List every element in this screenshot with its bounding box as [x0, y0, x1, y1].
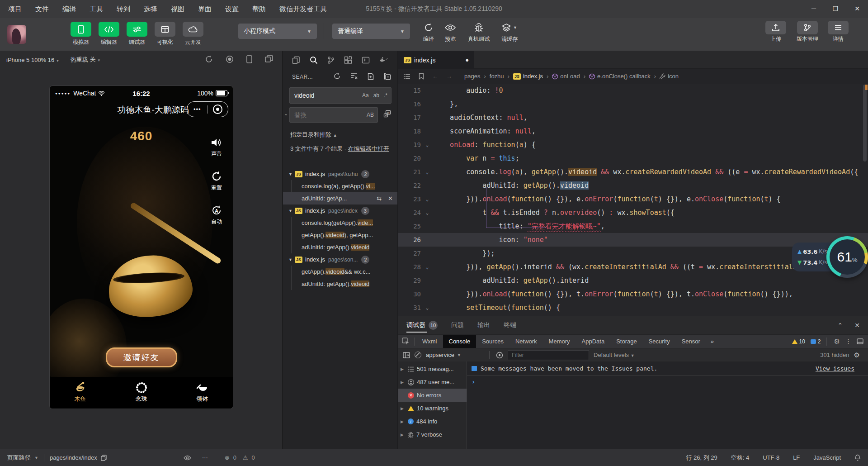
fold-icon[interactable]: ⌄ [421, 196, 434, 202]
menu-item[interactable]: 选择 [144, 5, 157, 14]
code-line[interactable]: 16 }, [398, 97, 868, 111]
menu-item[interactable]: 工具 [90, 5, 103, 14]
console-sidebar-item[interactable]: ▶7 verbose [398, 428, 467, 441]
search-result-file[interactable]: ▼JSindex.jspages\index3 [283, 204, 397, 217]
console-prompt[interactable]: › [467, 376, 868, 388]
user-avatar[interactable] [7, 25, 26, 44]
twisty-icon[interactable]: ▶ [401, 419, 405, 424]
upload-button[interactable]: 上传 [763, 21, 788, 43]
indentation-label[interactable]: 空格: 4 [731, 454, 749, 462]
outline-icon[interactable] [404, 74, 410, 79]
files-icon[interactable] [292, 56, 300, 64]
nav-forward-icon[interactable]: → [446, 73, 452, 80]
collapse-all-icon[interactable] [384, 73, 391, 80]
eol-label[interactable]: LF [793, 454, 800, 461]
tab-problems[interactable]: 问题 [451, 316, 464, 334]
warnings-chip[interactable]: 10 [792, 338, 805, 345]
inspect-element-icon[interactable] [402, 338, 410, 345]
menu-item[interactable]: 文件 [35, 5, 49, 14]
code-line[interactable]: 20 var n = this; [398, 152, 868, 165]
context-select[interactable]: appservice▼ [426, 352, 485, 358]
search-match-row[interactable]: adUnitId: getApp().videoid [283, 241, 397, 253]
replace-input[interactable] [290, 111, 358, 119]
multi-window-icon[interactable] [265, 55, 273, 63]
code-line[interactable]: 22 adUnitId: getApp().videoid [398, 179, 868, 192]
devtools-tab-wxml[interactable]: Wxml [416, 335, 443, 348]
menu-item[interactable]: 界面 [198, 5, 212, 14]
menu-item[interactable]: 微信开发者工具 [279, 5, 327, 14]
tab-beads[interactable]: 念珠 [111, 377, 172, 409]
clear-results-icon[interactable] [350, 73, 358, 80]
compile-mode-select[interactable]: 普通编译▼ [332, 24, 410, 39]
preserve-case-option[interactable]: AB [367, 112, 374, 118]
replace-all-icon[interactable]: abac [383, 110, 391, 118]
whole-word-option[interactable]: ab [373, 92, 379, 99]
settings-gear-icon[interactable]: ⚙ [834, 338, 840, 346]
refresh-search-icon[interactable] [334, 73, 340, 80]
editor-toggle-button[interactable]: 编辑器 [96, 22, 122, 46]
twisty-icon[interactable]: ▼ [288, 257, 295, 262]
details-button[interactable]: 详情 [826, 21, 850, 43]
console-sidebar-item[interactable]: ▶487 user me... [398, 376, 467, 389]
minimize-button[interactable]: ─ [803, 0, 825, 18]
cursor-position[interactable]: 行 26, 列 29 [686, 454, 717, 462]
nav-back-icon[interactable]: ← [432, 73, 438, 80]
bookmark-icon[interactable] [419, 73, 424, 80]
panel-collapse-icon[interactable]: ⌃ [838, 322, 843, 329]
language-label[interactable]: JavaScript [813, 454, 841, 461]
rotate-icon[interactable] [205, 55, 213, 63]
code-line[interactable]: 31⌄ setTimeout(function() { [398, 301, 868, 314]
tab-bowl[interactable]: 颂钵 [172, 377, 233, 409]
sound-toggle[interactable]: 声音 [207, 136, 226, 158]
twisty-icon[interactable]: ▶ [401, 367, 405, 371]
twisty-icon[interactable]: ▶ [401, 433, 405, 437]
notifications-bell-icon[interactable] [854, 454, 861, 461]
menu-item[interactable]: 帮助 [252, 5, 266, 14]
version-control-button[interactable]: 版本管理 [792, 21, 823, 43]
record-icon[interactable] [226, 55, 234, 63]
hot-reload-toggle[interactable]: 热重载 关▾ [71, 56, 100, 64]
regex-option[interactable]: .* [384, 92, 387, 99]
fold-icon[interactable]: ⌄ [421, 169, 434, 175]
console-sidebar-item[interactable]: ▶i484 info [398, 415, 467, 428]
devtools-tab-memory[interactable]: Memory [543, 335, 576, 348]
tab-debugger[interactable]: 调试器10 [406, 316, 438, 334]
console-filter-input[interactable] [508, 352, 589, 358]
scrollbar-thumb[interactable] [863, 85, 867, 162]
search-match-row[interactable]: adUnitId: getAp...⇆✕ [283, 192, 397, 204]
crumb-onload[interactable]: onLoad [560, 73, 580, 80]
code-area[interactable]: 15 audio: !016 },17 audioContext: null,1… [398, 84, 868, 316]
more-menu-button[interactable]: ••• [187, 106, 208, 113]
devtools-tab-security[interactable]: Security [643, 335, 676, 348]
editor-tab-indexjs[interactable]: JS index.js ● [398, 51, 474, 69]
devtools-tab-storage[interactable]: Storage [610, 335, 643, 348]
twisty-icon[interactable]: ▼ [288, 209, 295, 213]
devtools-tab-appdata[interactable]: AppData [576, 335, 611, 348]
search-input[interactable] [290, 92, 353, 99]
snippets-icon[interactable] [362, 57, 370, 64]
close-button[interactable]: ✕ [846, 0, 868, 18]
crumb-pages[interactable]: pages [464, 73, 480, 80]
settings-gear-icon[interactable]: ⚙ [854, 351, 860, 359]
panel-close-icon[interactable]: ✕ [854, 322, 860, 329]
fold-icon[interactable]: ⌄ [421, 142, 434, 148]
device-frame-icon[interactable] [246, 55, 252, 63]
code-line[interactable]: 17 audioContext: null, [398, 111, 868, 124]
menu-item[interactable]: 转到 [117, 5, 130, 14]
more-tabs-icon[interactable]: » [706, 338, 718, 345]
tab-terminal[interactable]: 终端 [504, 316, 516, 334]
maximize-button[interactable]: ❐ [825, 0, 846, 18]
device-select[interactable]: iPhone 5 100% 16▾ [6, 57, 59, 63]
console-sidebar-item[interactable]: ▶501 messag... [398, 362, 467, 376]
dismiss-match-icon[interactable]: ✕ [388, 195, 393, 202]
search-match-row[interactable]: getApp().videoid), getApp... [283, 229, 397, 241]
visualization-toggle-button[interactable]: 可视化 [152, 22, 178, 46]
simulator-toggle-button[interactable]: 模拟器 [68, 22, 94, 46]
tab-output[interactable]: 输出 [477, 316, 490, 334]
menu-item[interactable]: 项目 [8, 5, 22, 14]
problems-summary[interactable]: ⊗0 ⚠0 [225, 454, 255, 461]
crumb-fozhu[interactable]: fozhu [490, 73, 504, 80]
replace-match-icon[interactable]: ⇆ [377, 195, 382, 202]
code-line[interactable]: 15 audio: !0 [398, 84, 868, 97]
device-debug-button[interactable]: 真机调试 [465, 21, 493, 43]
